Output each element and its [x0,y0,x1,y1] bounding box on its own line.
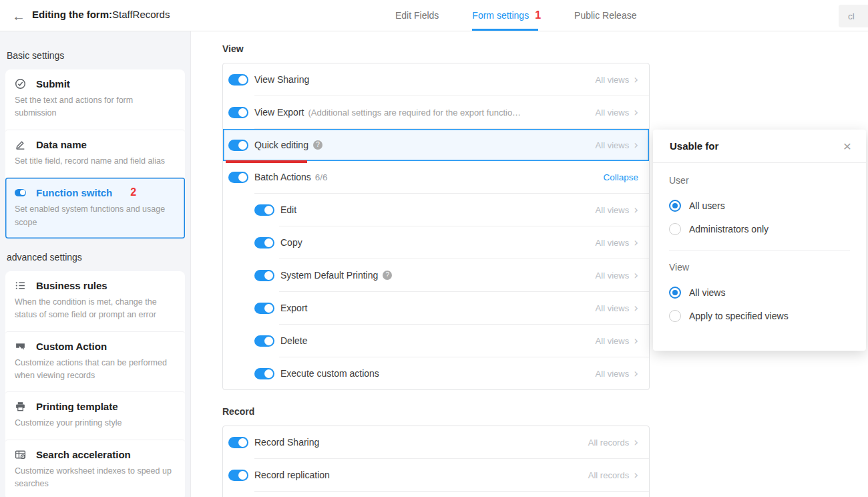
batch-delete-scope[interactable]: All views› [596,335,638,347]
row-batch-actions: Batch Actions 6/6 Collapse [223,161,649,193]
view-sharing-toggle[interactable] [228,74,248,86]
tab-public-release[interactable]: Public Release [574,0,636,31]
execute-custom-actions-scope[interactable]: All views› [596,368,638,379]
system-default-printing-toggle[interactable] [254,270,274,281]
view-export-note: (Additional settings are required for th… [308,108,521,118]
row-partial [223,492,649,497]
radio-option-all-views[interactable]: All views [669,281,850,304]
batch-copy-toggle[interactable] [254,237,274,248]
popup-header: Usable for × [653,130,866,163]
annotation-1: 1 [535,9,541,21]
quick-editing-scope[interactable]: All views› [596,140,638,151]
row-batch-export: Export All views› [223,292,649,324]
form-name: StaffRecords [112,9,170,20]
close-icon[interactable]: × [843,139,851,153]
row-record-replication: Record replication All records› [223,459,649,491]
system-default-printing-scope[interactable]: All views› [596,270,638,281]
help-icon[interactable]: ? [313,140,322,150]
view-export-scope[interactable]: All views› [596,107,638,118]
row-batch-execute-custom-actions: Execute custom actions All views› [223,357,649,389]
view-export-toggle[interactable] [228,107,248,118]
batch-export-toggle[interactable] [254,303,274,314]
radio-selected-icon[interactable] [669,287,681,299]
row-quick-editing: Quick editing ? All views› [223,129,649,161]
usable-for-popup: Usable for × User All users Administrato… [653,130,866,351]
row-batch-delete: Delete All views› [223,325,649,357]
batch-edit-scope[interactable]: All views› [596,204,638,216]
table-index-icon [15,449,26,460]
row-record-sharing: Record Sharing All records› [223,426,649,458]
batch-actions-count: 6/6 [315,172,328,182]
batch-export-scope[interactable]: All views› [596,303,638,314]
record-replication-toggle[interactable] [228,470,248,481]
sidebar-item-search-acceleration[interactable]: Search acceleration Customize worksheet … [5,440,185,497]
annotation-2: 2 [130,186,136,198]
batch-actions-toggle[interactable] [228,172,248,183]
chevron-right-icon: › [634,74,638,86]
popup-divider [669,251,850,251]
sidebar-item-printing-template[interactable]: Printing template Customize your printin… [5,391,185,439]
tab-form-settings[interactable]: Form settings1 [472,0,541,31]
radio-selected-icon[interactable] [669,200,681,212]
pencil-icon [15,139,26,150]
chevron-right-icon: › [634,140,638,151]
record-replication-scope[interactable]: All records› [588,470,638,481]
sidebar-item-custom-action[interactable]: Custom Action Customize actions that can… [5,331,185,392]
chevron-right-icon: › [634,107,638,118]
group-label-user: User [669,175,850,186]
tab-edit-fields[interactable]: Edit Fields [395,0,439,31]
chevron-right-icon: › [634,303,638,314]
radio-option-apply-to-specified-views[interactable]: Apply to specified views [669,304,850,327]
batch-edit-toggle[interactable] [254,204,274,216]
row-batch-edit: Edit All views› [223,194,649,226]
sidebar-item-business-rules[interactable]: Business rules When the condition is met… [5,271,185,331]
section-title-view: View [222,43,868,54]
view-sharing-scope[interactable]: All views› [596,74,638,86]
row-batch-copy: Copy All views› [223,226,649,259]
popup-title: Usable for [670,140,843,152]
page-title: Editing the form:StaffRecords [32,9,170,20]
section-title-record: Record [222,406,868,417]
quick-editing-toggle[interactable] [228,140,248,151]
cursor-click-icon [15,341,26,352]
printer-icon [15,401,26,412]
batch-delete-toggle[interactable] [254,335,274,347]
row-batch-system-default-printing: System Default Printing ? All views› [223,259,649,291]
sidebar-item-submit[interactable]: Submit Set the text and actions for form… [5,69,185,130]
annotation-underline [226,160,307,163]
popup-body: User All users Administrators only View … [653,163,866,345]
help-icon[interactable]: ? [383,271,392,280]
chevron-right-icon: › [634,270,638,281]
radio-unselected-icon[interactable] [669,223,681,235]
chevron-right-icon: › [634,470,638,481]
record-sharing-scope[interactable]: All records› [588,437,638,448]
page-title-prefix: Editing the form: [32,9,112,20]
sidebar-section-advanced: advanced settings [5,238,185,271]
batch-copy-scope[interactable]: All views› [596,237,638,248]
close-button-truncated[interactable]: cl [839,5,868,27]
sidebar-group-basic: Submit Set the text and actions for form… [5,69,185,238]
sidebar-item-function-switch[interactable]: Function switch 2 Set enabled system fun… [5,177,185,238]
chevron-right-icon: › [634,204,638,216]
record-sharing-toggle[interactable] [228,437,248,448]
view-settings-card: View Sharing All views› View Export (Add… [222,63,650,390]
chevron-right-icon: › [634,437,638,448]
chevron-right-icon: › [634,335,638,347]
radio-option-all-users[interactable]: All users [669,194,850,217]
radio-unselected-icon[interactable] [669,310,681,322]
row-view-export: View Export (Additional settings are req… [223,96,649,128]
settings-sidebar: Basic settings Submit Set the text and a… [0,31,191,497]
app-header: ← Editing the form:StaffRecords Edit Fie… [0,0,868,31]
header-tabs: Edit Fields Form settings1 Public Releas… [395,0,636,31]
sidebar-group-advanced: Business rules When the condition is met… [5,271,185,497]
sidebar-item-data-name[interactable]: Data name Set title field, record name a… [5,130,185,177]
group-label-view: View [669,262,850,273]
chevron-right-icon: › [634,237,638,248]
back-arrow-icon[interactable]: ← [9,7,28,25]
row-view-sharing: View Sharing All views› [223,63,649,96]
collapse-link[interactable]: Collapse [603,172,638,182]
check-circle-icon [15,78,26,90]
execute-custom-actions-toggle[interactable] [254,368,274,379]
toggle-icon [15,187,26,198]
radio-option-administrators-only[interactable]: Administrators only [669,217,850,240]
